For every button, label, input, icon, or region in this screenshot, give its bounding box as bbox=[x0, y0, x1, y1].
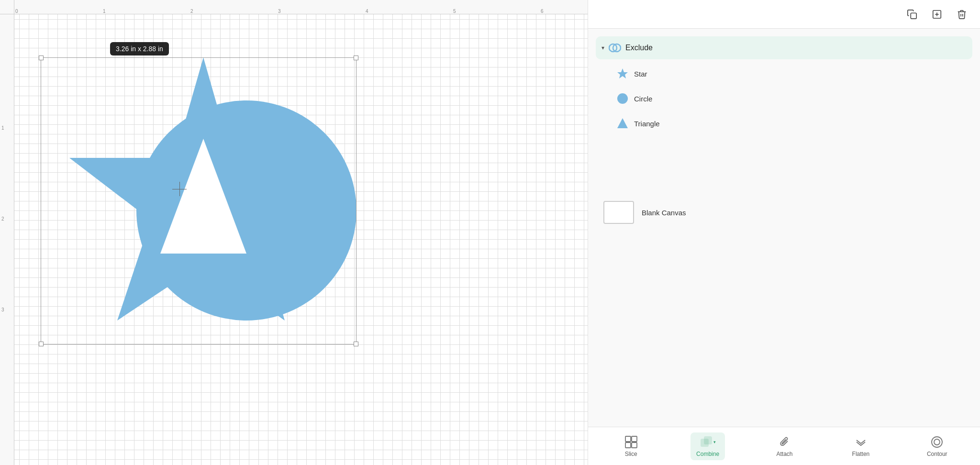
attach-icon bbox=[778, 435, 791, 449]
combine-icon: ▾ bbox=[700, 435, 716, 449]
combine-tool[interactable]: ▾ Combine bbox=[690, 432, 725, 460]
chevron-down-icon: ▾ bbox=[601, 44, 604, 51]
layer-item-triangle-label: Triangle bbox=[634, 120, 660, 128]
ruler-tick-3: 3 bbox=[277, 9, 281, 14]
circle-layer-icon bbox=[616, 92, 629, 105]
blank-canvas-section: Blank Canvas bbox=[588, 187, 980, 238]
copy-button[interactable] bbox=[903, 6, 921, 23]
flatten-tool[interactable]: Flatten bbox=[844, 432, 878, 460]
slice-tool[interactable]: Slice bbox=[614, 432, 648, 460]
ruler-left-tick-3: 3 bbox=[0, 306, 4, 312]
contour-label: Contour bbox=[927, 451, 947, 457]
triangle-layer-icon bbox=[616, 117, 629, 130]
handle-br[interactable] bbox=[354, 342, 358, 346]
svg-point-16 bbox=[934, 439, 940, 445]
handle-tr[interactable] bbox=[354, 55, 358, 60]
layer-group-exclude: ▾ Exclude Sta bbox=[588, 33, 980, 139]
canvas-area: 0 1 2 3 4 5 6 1 2 3 3.26 in x 2.88 in bbox=[0, 0, 588, 465]
layer-item-circle[interactable]: Circle bbox=[610, 86, 972, 111]
ruler-left-tick-2: 2 bbox=[0, 215, 4, 221]
layer-item-triangle[interactable]: Triangle bbox=[610, 111, 972, 136]
panel-toolbar bbox=[588, 0, 980, 29]
handle-tl[interactable] bbox=[39, 55, 44, 60]
attach-tool[interactable]: Attach bbox=[768, 432, 802, 460]
svg-rect-9 bbox=[625, 436, 631, 442]
slice-icon bbox=[624, 435, 638, 449]
svg-rect-10 bbox=[632, 436, 637, 442]
svg-rect-0 bbox=[911, 13, 916, 19]
svg-rect-11 bbox=[625, 443, 631, 448]
combine-dropdown-arrow: ▾ bbox=[713, 440, 716, 444]
combine-label: Combine bbox=[696, 451, 719, 457]
flatten-icon bbox=[854, 435, 868, 449]
attach-label: Attach bbox=[776, 451, 792, 457]
contour-tool[interactable]: Contour bbox=[920, 432, 954, 460]
ruler-corner bbox=[0, 0, 14, 14]
layer-group-header[interactable]: ▾ Exclude bbox=[596, 36, 972, 59]
layer-item-star[interactable]: Star bbox=[610, 61, 972, 86]
crosshair bbox=[172, 182, 187, 196]
svg-rect-14 bbox=[704, 437, 712, 444]
layer-item-circle-label: Circle bbox=[634, 95, 652, 103]
layer-children: Star Circle bbox=[596, 61, 972, 136]
svg-marker-6 bbox=[617, 68, 628, 78]
star-layer-icon bbox=[616, 67, 629, 80]
selection-box[interactable] bbox=[41, 57, 356, 344]
svg-point-7 bbox=[617, 93, 628, 104]
add-button[interactable] bbox=[928, 6, 946, 23]
canvas-content: 3.26 in x 2.88 in bbox=[14, 14, 588, 465]
svg-point-15 bbox=[932, 437, 942, 447]
layer-item-star-label: Star bbox=[634, 70, 647, 78]
ruler-tick-2: 2 bbox=[189, 9, 193, 14]
layer-group-name: Exclude bbox=[625, 44, 653, 52]
ruler-top: 0 1 2 3 4 5 6 bbox=[14, 0, 588, 14]
dimension-tooltip: 3.26 in x 2.88 in bbox=[110, 42, 169, 55]
exclude-icon bbox=[608, 41, 622, 55]
ruler-left-tick-1: 1 bbox=[0, 124, 4, 131]
flatten-label: Flatten bbox=[852, 451, 870, 457]
svg-rect-12 bbox=[632, 443, 637, 448]
right-panel: ▾ Exclude Sta bbox=[588, 0, 980, 465]
svg-marker-8 bbox=[617, 118, 628, 128]
blank-canvas-preview bbox=[603, 201, 634, 224]
ruler-tick-6: 6 bbox=[540, 9, 544, 14]
contour-icon bbox=[930, 435, 944, 449]
blank-canvas-label: Blank Canvas bbox=[642, 209, 686, 217]
ruler-tick-0: 0 bbox=[14, 9, 18, 14]
slice-label: Slice bbox=[625, 451, 637, 457]
handle-bl[interactable] bbox=[39, 342, 44, 346]
dimension-text: 3.26 in x 2.88 in bbox=[116, 45, 163, 53]
ruler-tick-4: 4 bbox=[365, 9, 368, 14]
delete-button[interactable] bbox=[953, 6, 970, 23]
ruler-tick-1: 1 bbox=[102, 9, 106, 14]
bottom-toolbar: Slice ▾ Combine Attach bbox=[588, 427, 980, 465]
ruler-tick-5: 5 bbox=[452, 9, 456, 14]
blank-canvas-item[interactable]: Blank Canvas bbox=[598, 196, 970, 229]
layers-panel: ▾ Exclude Sta bbox=[588, 29, 980, 427]
ruler-left: 1 2 3 bbox=[0, 14, 14, 465]
